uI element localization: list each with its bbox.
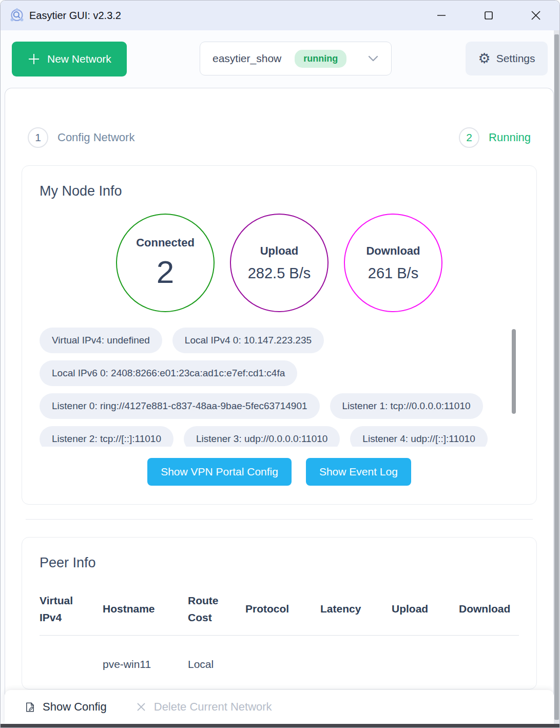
window-bottom-edge (1, 724, 559, 727)
cell-download (459, 658, 519, 670)
step-1-label: Config Network (57, 131, 134, 144)
toolbar: New Network easytier_show running ⚙ Sett… (1, 30, 559, 88)
tag-local-ipv6: Local IPv6 0: 2408:8266:e01:23ca:ad1c:e7… (40, 360, 297, 386)
tag-listener-3: Listener 3: udp://0.0.0.0:11010 (184, 426, 340, 447)
stat-download-value: 261 B/s (368, 265, 418, 282)
col-download: Download (459, 601, 519, 618)
stat-connected: Connected 2 (116, 214, 215, 312)
section-divider (26, 519, 533, 520)
col-hostname: Hostname (103, 601, 188, 618)
step-1-circle: 1 (28, 127, 48, 148)
show-event-log-button[interactable]: Show Event Log (306, 458, 411, 486)
network-select[interactable]: easytier_show running (200, 42, 392, 75)
step-config-network: 1 Config Network (28, 127, 134, 148)
step-2-label: Running (489, 131, 531, 144)
settings-button[interactable]: ⚙ Settings (466, 42, 548, 75)
peer-info-card: Peer Info Virtual IPv4 Hostname Route Co… (22, 537, 537, 689)
peer-table-row: pve-win11 Local (40, 636, 519, 670)
minimize-button[interactable] (418, 1, 465, 30)
show-vpn-portal-config-button[interactable]: Show VPN Portal Config (147, 458, 292, 486)
maximize-button[interactable] (465, 1, 512, 30)
node-info-title: My Node Info (40, 183, 519, 199)
show-config-label: Show Config (43, 700, 107, 714)
tag-listener-1: Listener 1: tcp://0.0.0.0:11010 (330, 393, 483, 419)
peer-table-header: Virtual IPv4 Hostname Route Cost Protoco… (40, 586, 519, 636)
stat-connected-label: Connected (136, 236, 195, 250)
cell-hostname: pve-win11 (103, 658, 188, 670)
tags-scrollbar[interactable] (512, 329, 516, 414)
node-tags-list: Virtual IPv4: undefined Local IPv4 0: 10… (40, 328, 512, 447)
footer-bar: Show Config Delete Current Network (5, 690, 554, 724)
window-controls (418, 1, 559, 30)
stat-upload-label: Upload (260, 244, 299, 258)
new-network-label: New Network (47, 53, 111, 65)
network-status-badge: running (295, 50, 346, 68)
delete-network-label: Delete Current Network (154, 700, 272, 714)
stat-upload-value: 282.5 B/s (248, 265, 311, 282)
step-running: 2 Running (459, 127, 531, 148)
tag-listener-2: Listener 2: tcp://[::]:11010 (40, 426, 173, 447)
window-scrollbar[interactable] (554, 30, 559, 724)
cell-protocol (245, 658, 320, 670)
titlebar: Easytier GUI: v2.3.2 (1, 1, 559, 30)
stepper: 1 Config Network 2 Running (5, 127, 553, 148)
col-protocol: Protocol (245, 601, 320, 618)
node-stats: Connected 2 Upload 282.5 B/s Download 26… (40, 214, 519, 312)
stat-upload: Upload 282.5 B/s (230, 214, 329, 312)
app-logo-icon (9, 7, 25, 24)
stat-connected-value: 2 (157, 254, 174, 290)
tag-listener-0: Listener 0: ring://4127e881-c837-48aa-9b… (40, 393, 320, 419)
node-buttons: Show VPN Portal Config Show Event Log (40, 458, 519, 486)
x-icon (135, 701, 147, 713)
close-button[interactable] (512, 1, 559, 30)
main-panel: 1 Config Network 2 Running My Node Info … (5, 88, 554, 727)
stat-download: Download 261 B/s (344, 214, 442, 312)
stat-download-label: Download (366, 244, 420, 258)
settings-label: Settings (496, 52, 535, 65)
network-select-value: easytier_show (213, 52, 281, 65)
new-network-button[interactable]: New Network (12, 42, 127, 76)
delete-network-button[interactable]: Delete Current Network (135, 700, 272, 714)
cell-upload (392, 658, 459, 670)
gear-icon: ⚙ (478, 52, 490, 66)
cell-route-cost: Local (188, 658, 245, 670)
window-scrollbar-thumb[interactable] (554, 34, 559, 720)
plus-icon (27, 52, 41, 66)
document-edit-icon (24, 701, 36, 713)
show-config-button[interactable]: Show Config (24, 700, 107, 714)
col-route-cost: Route Cost (188, 592, 245, 626)
peer-info-title: Peer Info (40, 555, 519, 571)
col-upload: Upload (392, 601, 459, 618)
peer-table: Virtual IPv4 Hostname Route Cost Protoco… (40, 586, 519, 670)
col-latency: Latency (320, 601, 392, 618)
node-info-card: My Node Info Connected 2 Upload 282.5 B/… (22, 165, 537, 505)
chevron-down-icon (368, 55, 379, 62)
window-title: Easytier GUI: v2.3.2 (29, 10, 121, 22)
tag-listener-4: Listener 4: udp://[::]:11010 (350, 426, 487, 447)
cell-virtual-ipv4 (40, 658, 103, 670)
step-2-circle: 2 (459, 127, 479, 148)
col-virtual-ipv4: Virtual IPv4 (40, 592, 103, 626)
cell-latency (320, 658, 392, 670)
tag-virtual-ipv4: Virtual IPv4: undefined (40, 328, 162, 353)
tag-local-ipv4: Local IPv4 0: 10.147.223.235 (172, 328, 324, 353)
